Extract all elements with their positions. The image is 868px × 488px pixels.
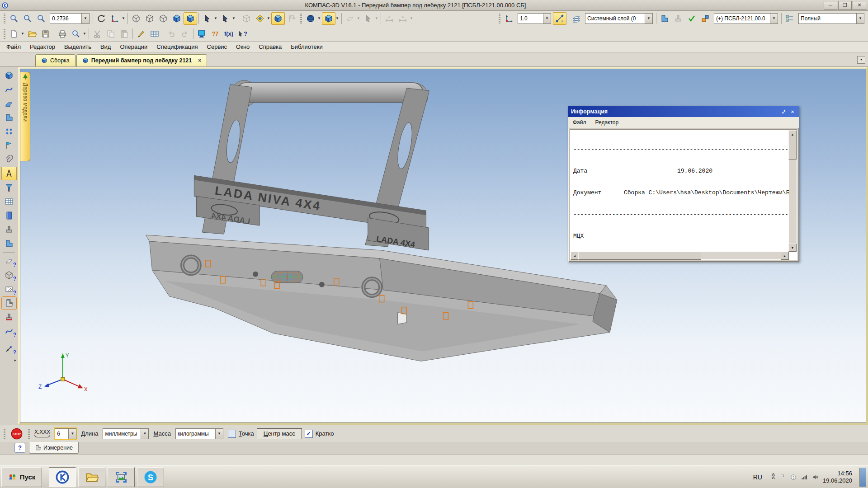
variables-window-button[interactable] <box>195 28 208 40</box>
new-document-button[interactable]: ▼ <box>7 28 21 40</box>
close-icon[interactable]: × <box>789 108 796 115</box>
scale-combo[interactable]: 0.2736▼ <box>50 13 90 24</box>
open-button[interactable] <box>25 28 39 40</box>
filter-vertices-button[interactable]: ▼ <box>200 12 214 25</box>
component-context-button[interactable] <box>698 12 712 25</box>
deviation-button[interactable]: ? <box>1 324 17 338</box>
tab-close-icon[interactable]: × <box>198 57 201 64</box>
tab-list-dropdown[interactable]: ▼ <box>857 56 865 64</box>
part-combo[interactable]: (+) ПСБЛ-2121.00.0▼ <box>714 13 778 24</box>
information-menu-editor[interactable]: Редактор <box>591 118 623 127</box>
component-button[interactable] <box>1 69 17 82</box>
sketch-contour-button[interactable] <box>658 12 671 25</box>
volume-icon[interactable] <box>812 474 818 480</box>
propbar-drag-handle[interactable] <box>4 429 5 439</box>
scroll-up-icon[interactable]: ▲ <box>788 130 797 138</box>
print-button[interactable] <box>56 28 69 40</box>
length-unit-combo[interactable]: миллиметры▼ <box>103 428 149 439</box>
taskbar-kompas-button[interactable] <box>49 467 76 487</box>
scroll-down-icon[interactable]: ▼ <box>788 244 797 252</box>
precision-combo[interactable]: 6▼ <box>55 428 76 439</box>
auxiliary-geometry-button[interactable] <box>1 139 17 152</box>
hscroll-thumb[interactable] <box>578 252 701 260</box>
zoom-frame-button[interactable] <box>21 12 34 25</box>
edge-length-button[interactable]: ? <box>1 268 17 282</box>
menu-view[interactable]: Вид <box>96 42 116 51</box>
propbar-drag-handle[interactable] <box>28 429 30 439</box>
arrays-button[interactable] <box>1 125 17 138</box>
information-menu-file[interactable]: Файл <box>568 118 591 127</box>
shaded-with-edges-button[interactable] <box>184 12 197 25</box>
network-signal-icon[interactable] <box>801 474 807 480</box>
shaded-button[interactable] <box>170 12 184 25</box>
redo-button[interactable] <box>178 28 192 40</box>
filter-solids-button[interactable]: ▼ <box>218 12 232 25</box>
vertical-scrollbar[interactable]: ▲ ▼ <box>789 130 797 252</box>
toolbar-drag-handle[interactable] <box>300 14 302 23</box>
center-mass-button[interactable]: Центр масс <box>257 428 302 439</box>
copy-style-button[interactable] <box>134 28 148 40</box>
length-unit-arrow[interactable]: ▼ <box>141 429 148 439</box>
assembly-crane-button[interactable] <box>285 12 298 25</box>
cut-button[interactable] <box>90 28 104 40</box>
hidden-icons-chevron[interactable]: ^^ <box>772 474 775 480</box>
dimension-button[interactable] <box>382 12 396 25</box>
mass-unit-combo[interactable]: килограммы▼ <box>175 428 223 439</box>
paste-button[interactable] <box>118 28 131 40</box>
specification-button[interactable] <box>148 28 161 40</box>
point-coordinates-button[interactable]: ? <box>1 342 17 356</box>
check-document-button[interactable] <box>685 12 698 25</box>
scale-combo-arrow[interactable]: ▼ <box>81 14 89 23</box>
surfaces-button[interactable] <box>1 97 17 110</box>
solid-edit-button[interactable] <box>1 237 17 250</box>
show-desktop-button[interactable] <box>859 468 866 487</box>
menu-file[interactable]: Файл <box>2 42 25 51</box>
menu-libraries[interactable]: Библиотеки <box>286 42 327 51</box>
pin-icon[interactable] <box>780 108 787 115</box>
orientation-button[interactable]: ▼ <box>253 12 267 25</box>
help-bubble-icon[interactable]: ? <box>14 443 25 453</box>
scroll-left-icon[interactable]: ◄ <box>571 252 579 260</box>
brief-checkbox[interactable]: ✓ <box>305 430 313 438</box>
menu-help[interactable]: Справка <box>254 42 286 51</box>
detail-combo-arrow[interactable]: ▼ <box>856 14 864 23</box>
point-checkbox[interactable] <box>228 430 236 438</box>
pan-view-button[interactable]: ▼ <box>108 12 122 25</box>
detail-combo[interactable]: Полный▼ <box>798 13 864 24</box>
specification-panel-button[interactable] <box>1 195 17 208</box>
library-catalog-button[interactable]: ?7 <box>208 28 222 40</box>
information-content[interactable]: ----------------------------------------… <box>571 130 789 252</box>
detail-level-button[interactable] <box>783 12 797 25</box>
rebuild-button[interactable] <box>271 12 285 25</box>
zoom-in-out-button[interactable] <box>34 12 48 25</box>
undo-button[interactable] <box>165 28 178 40</box>
hidden-lines-button[interactable] <box>143 12 156 25</box>
wireframe-button[interactable] <box>129 12 143 25</box>
menu-editor[interactable]: Редактор <box>25 42 60 51</box>
attachments-button[interactable] <box>1 153 17 166</box>
close-button[interactable]: ✕ <box>853 1 866 10</box>
minimize-button[interactable]: ─ <box>824 1 837 10</box>
start-button[interactable]: Пуск <box>1 467 42 487</box>
view-image-button[interactable]: ▼ <box>343 12 357 25</box>
menu-window[interactable]: Окно <box>231 42 254 51</box>
layer-combo[interactable]: Системный слой (0▼ <box>585 13 653 24</box>
toolbar-drag-handle[interactable] <box>4 14 5 23</box>
language-indicator[interactable]: RU <box>753 474 762 481</box>
menu-service[interactable]: Сервис <box>203 42 232 51</box>
distance-angle-button[interactable]: ? <box>1 254 17 268</box>
menu-specification[interactable]: Спецификация <box>152 42 202 51</box>
toolbar-drag-handle[interactable] <box>4 29 5 39</box>
taskbar-image-viewer-button[interactable] <box>108 467 135 487</box>
verify-document-button[interactable] <box>1 223 17 236</box>
vscroll-thumb[interactable] <box>788 138 797 160</box>
ghost-display-button[interactable] <box>240 12 253 25</box>
taskbar-skype-button[interactable] <box>137 467 164 487</box>
toolbar-drag-handle[interactable] <box>499 14 500 23</box>
layers-button[interactable] <box>570 12 583 25</box>
information-window[interactable]: Информация × Файл Редактор ------------ <box>568 106 799 262</box>
tray-app-icon[interactable] <box>790 474 797 480</box>
copy-button[interactable] <box>104 28 118 40</box>
save-button[interactable] <box>39 28 52 40</box>
report-button[interactable] <box>1 209 17 222</box>
